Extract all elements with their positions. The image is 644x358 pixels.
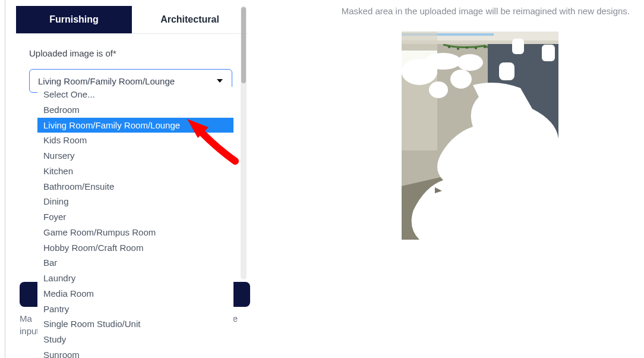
dropdown-option-pantry[interactable]: Pantry [37,302,233,317]
scrollbar-thumb[interactable] [241,7,246,83]
masked-preview-image [402,32,558,240]
dropdown-option-sunroom[interactable]: Sunroom [37,347,233,358]
tabs-row: Furnishing Architectural [16,6,248,34]
dropdown-option-hobby-room[interactable]: Hobby Room/Craft Room [37,240,233,256]
svg-rect-22 [499,62,514,80]
instruction-text: Masked area in the uploaded image will b… [247,6,633,16]
svg-point-16 [425,53,461,70]
dropdown-option-media-room[interactable]: Media Room [37,286,233,302]
left-panel: Furnishing Architectural Uploaded image … [5,0,247,358]
select-value: Living Room/Family Room/Lounge [38,76,216,86]
dropdown-option-laundry[interactable]: Laundry [37,271,233,286]
svg-rect-21 [542,45,555,61]
dropdown-option-kids-room[interactable]: Kids Room [37,133,233,148]
dropdown-option-bedroom[interactable]: Bedroom [37,102,233,118]
svg-rect-20 [512,39,524,54]
svg-point-19 [429,81,448,98]
svg-point-18 [450,70,472,89]
svg-point-17 [457,54,483,71]
dropdown-option-nursery[interactable]: Nursery [37,148,233,164]
svg-point-7 [466,46,468,49]
dropdown-option-bathroom[interactable]: Bathroom/Ensuite [37,179,233,194]
dropdown-option-foyer[interactable]: Foyer [37,209,233,225]
dropdown-option-game-room[interactable]: Game Room/Rumpus Room [37,225,233,240]
tab-furnishing[interactable]: Furnishing [16,6,132,33]
dropdown-option-dining[interactable]: Dining [37,194,233,209]
dropdown-option-bar[interactable]: Bar [37,255,233,271]
dropdown-option-select-one[interactable]: Select One... [37,87,233,102]
dropdown-option-studio[interactable]: Single Room Studio/Unit [37,316,233,332]
upload-type-label: Uploaded image is of* [29,48,236,58]
dropdown-option-living-room[interactable]: Living Room/Family Room/Lounge [37,118,233,133]
right-panel: Masked area in the uploaded image will b… [247,0,644,358]
svg-point-6 [457,48,459,50]
room-type-dropdown: Select One... Bedroom Living Room/Family… [37,87,233,358]
panel-scrollbar[interactable] [241,6,247,280]
svg-point-9 [484,46,486,48]
svg-point-5 [448,46,450,48]
chevron-down-icon [216,78,223,84]
dropdown-option-kitchen[interactable]: Kitchen [37,164,233,179]
tab-architectural[interactable]: Architectural [132,6,248,33]
svg-point-8 [475,47,477,49]
form-area: Uploaded image is of* Living Room/Family… [16,34,247,93]
main-container: Furnishing Architectural Uploaded image … [0,0,644,358]
dropdown-option-study[interactable]: Study [37,332,233,347]
